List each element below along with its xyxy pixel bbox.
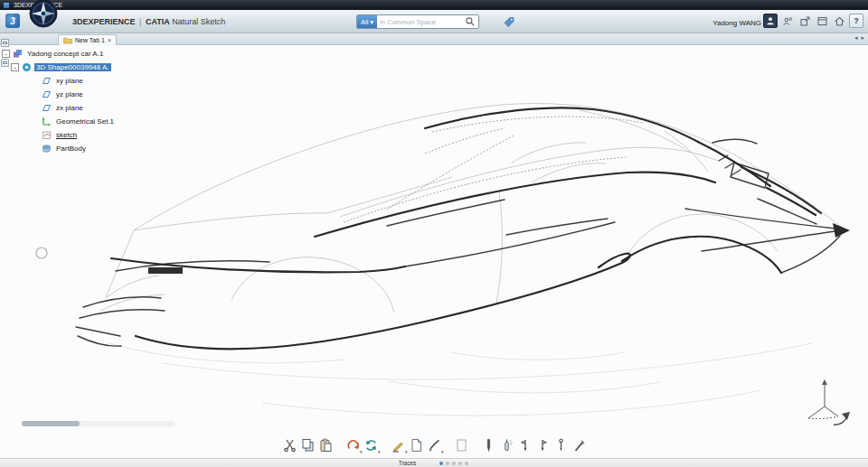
horizontal-scrollbar[interactable]: [22, 421, 175, 426]
collaboration-icon: [782, 15, 794, 27]
paper-icon: [409, 438, 423, 453]
status-bar: Traces: [0, 458, 868, 467]
share-icon: [816, 15, 828, 27]
scrollbar-thumb[interactable]: [22, 421, 80, 426]
tree-label: 3D Shape00039948 A.: [34, 63, 111, 71]
view-toggle-icon[interactable]: [1, 39, 9, 47]
pencil-icon: [391, 438, 405, 453]
brand-divider: |: [139, 17, 141, 26]
header-actions: ?: [763, 14, 863, 28]
window-titlebar: 3DEXPERIENCE: [0, 0, 868, 10]
sheet-icon: [454, 438, 468, 453]
cut-icon: [282, 438, 297, 453]
tag-button[interactable]: [503, 16, 515, 28]
product-icon: [13, 49, 23, 59]
new-sheet-button[interactable]: [453, 436, 470, 454]
tree-item-geometrical-set[interactable]: Geometrical Set.1: [2, 115, 116, 128]
panel-toggle-icon[interactable]: [1, 59, 9, 67]
brand-module: Natural Sketch: [172, 17, 225, 26]
tab-nav: ◂ ▸: [854, 34, 865, 42]
brand: 3DEXPERIENCE | CATIA Natural Sketch: [72, 17, 225, 26]
dassault-3ds-logo[interactable]: 3: [5, 14, 20, 28]
page-dot[interactable]: [465, 462, 468, 465]
tree-item-sketch[interactable]: sketch: [2, 128, 116, 142]
tree-item-yz-plane[interactable]: yz plane: [2, 88, 116, 101]
rotation-circle[interactable]: [36, 248, 47, 258]
collaboration-button[interactable]: [780, 14, 795, 28]
brush-tool-button[interactable]: ▾: [426, 436, 443, 454]
brand-platform: 3DEXPERIENCE: [72, 17, 136, 26]
airbrush-tool-button[interactable]: [498, 436, 515, 454]
page-dot[interactable]: [446, 462, 449, 465]
page-dots: [438, 462, 469, 465]
share-button[interactable]: [815, 14, 829, 28]
header: 3 3DEXPERIENCE | CATIA Natural Sketch Al…: [0, 10, 868, 33]
tree-item-zx-plane[interactable]: zx plane: [2, 101, 116, 115]
home-icon: [834, 15, 845, 27]
pin-back-tool-button[interactable]: [516, 436, 533, 454]
pencil-tool-button[interactable]: ▾: [390, 436, 407, 454]
tree-item-3d-shape[interactable]: - 3D Shape00039948 A.: [2, 61, 116, 74]
chevron-down-icon: ▾: [370, 18, 373, 26]
stylus-icon: [553, 438, 568, 453]
tree-item-xy-plane[interactable]: xy plane: [2, 74, 116, 88]
cut-button[interactable]: [281, 436, 298, 454]
help-button[interactable]: ?: [849, 14, 863, 28]
avatar-button[interactable]: [763, 14, 778, 28]
tree-label: yz plane: [54, 90, 85, 98]
tab-nav-forward-button[interactable]: ▸: [860, 34, 865, 42]
wand-tool-button[interactable]: [571, 436, 588, 454]
tree-root[interactable]: - Yadong concept car A.1: [2, 47, 116, 61]
chevron-down-icon[interactable]: ▾: [378, 449, 381, 454]
search-input[interactable]: [377, 15, 462, 28]
brush-icon: [427, 438, 441, 453]
shape-icon: [22, 62, 32, 72]
plane-icon: [42, 89, 52, 99]
user-name[interactable]: Yadong WANG: [712, 19, 761, 27]
tree-item-part-body[interactable]: PartBody: [2, 142, 116, 155]
axis-triad-icon[interactable]: [808, 379, 838, 418]
wand-icon: [571, 438, 586, 453]
tree-label: PartBody: [54, 145, 88, 153]
tree-label: xy plane: [54, 77, 85, 85]
search-button[interactable]: [462, 15, 478, 28]
tab-new-tab-1[interactable]: New Tab 1 ×: [58, 34, 117, 45]
avatar-icon: [765, 15, 776, 26]
tree-label: sketch: [54, 131, 79, 139]
car-sketch[interactable]: [0, 45, 868, 458]
expander-icon[interactable]: -: [2, 50, 10, 58]
home-button[interactable]: [832, 14, 846, 28]
marker-tool-button[interactable]: [480, 436, 497, 454]
tree-label: Geometrical Set.1: [54, 117, 116, 126]
export-button[interactable]: [797, 14, 812, 28]
stylus-tool-button[interactable]: [552, 436, 570, 454]
pin-forward-tool-button[interactable]: [534, 436, 552, 454]
plane-icon: [42, 103, 52, 113]
compass-logo[interactable]: [27, 0, 60, 30]
geometrical-set-icon: [42, 117, 52, 126]
viewport[interactable]: - Yadong concept car A.1 - 3D Shape00039…: [0, 45, 868, 458]
tab-close-icon[interactable]: ×: [108, 37, 111, 43]
orbit-arrow-icon[interactable]: [834, 412, 850, 425]
sketch-icon: [42, 130, 52, 140]
chevron-down-icon[interactable]: ▾: [441, 449, 444, 454]
undo-button[interactable]: ▾: [344, 436, 362, 454]
search-scope-dropdown[interactable]: All▾: [357, 15, 377, 28]
folder-icon: [63, 37, 72, 44]
update-button[interactable]: ▾: [363, 436, 380, 454]
tab-nav-back-button[interactable]: ◂: [854, 34, 859, 42]
copy-button[interactable]: [299, 436, 316, 454]
expander-icon[interactable]: -: [11, 63, 19, 71]
tab-bar: New Tab 1 × ◂ ▸: [0, 33, 868, 45]
page-dot[interactable]: [439, 462, 443, 465]
global-search: All▾: [356, 14, 479, 29]
paper-tool-button[interactable]: [408, 436, 425, 454]
page-dot[interactable]: [452, 462, 456, 465]
copy-icon: [300, 438, 315, 453]
paste-button[interactable]: [317, 436, 335, 454]
sketch-grille-mark: [148, 267, 183, 274]
page-dot[interactable]: [458, 462, 462, 465]
pin-forward-icon: [535, 438, 550, 453]
help-icon: ?: [854, 16, 859, 25]
tab-label: New Tab 1: [75, 37, 105, 43]
